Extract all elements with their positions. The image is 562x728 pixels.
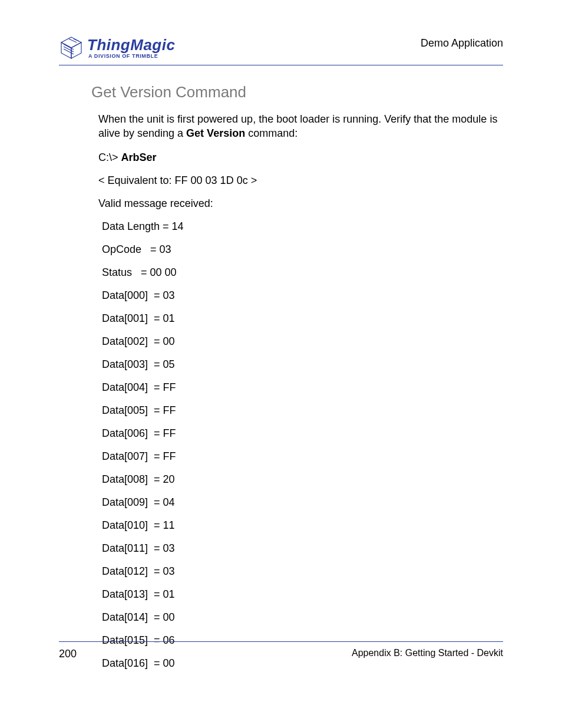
- prompt-prefix: C:\>: [98, 151, 121, 163]
- command-line: C:\> ArbSer: [91, 151, 503, 164]
- logo-text: ThingMagic A DIVISION OF TRIMBLE: [87, 37, 175, 59]
- data-row: Data[012] = 03: [102, 565, 503, 578]
- data-row: Data[004] = FF: [102, 381, 503, 394]
- equivalent-line: < Equivalent to: FF 00 03 1D 0c >: [91, 174, 503, 187]
- intro-paragraph: When the unit is first powered up, the b…: [91, 112, 503, 141]
- data-row: Data[009] = 04: [102, 496, 503, 509]
- data-row: OpCode = 03: [102, 243, 503, 256]
- box-icon: [59, 35, 84, 60]
- brand-name: ThingMagic: [87, 37, 175, 52]
- data-row: Data[008] = 20: [102, 473, 503, 486]
- page-content: Get Version Command When the unit is fir…: [59, 83, 503, 670]
- intro-text-after: command:: [245, 127, 297, 139]
- brand-tagline: A DIVISION OF TRIMBLE: [87, 54, 175, 59]
- data-row: Data[013] = 01: [102, 588, 503, 601]
- data-row: Data[002] = 00: [102, 335, 503, 348]
- page-header: ThingMagic A DIVISION OF TRIMBLE Demo Ap…: [59, 35, 503, 65]
- svg-line-6: [74, 39, 79, 41]
- data-row: Data[014] = 00: [102, 611, 503, 624]
- section-title: Get Version Command: [91, 83, 503, 101]
- intro-text-bold: Get Version: [186, 127, 245, 139]
- data-row: Data[001] = 01: [102, 312, 503, 325]
- page-footer: 200 Appendix B: Getting Started - Devkit: [59, 641, 503, 660]
- data-row: Data Length = 14: [102, 220, 503, 233]
- data-row: Data[000] = 03: [102, 289, 503, 302]
- svg-line-5: [64, 49, 74, 54]
- svg-marker-0: [61, 37, 81, 48]
- header-section-label: Demo Application: [421, 37, 503, 60]
- data-row: Data[010] = 11: [102, 519, 503, 532]
- data-row: Data[006] = FF: [102, 427, 503, 440]
- intro-text-before: When the unit is first powered up, the b…: [98, 113, 497, 139]
- page-number: 200: [59, 648, 77, 660]
- prompt-command: ArbSer: [121, 151, 157, 163]
- svg-line-3: [64, 44, 74, 50]
- data-row: Data[005] = FF: [102, 404, 503, 417]
- appendix-label: Appendix B: Getting Started - Devkit: [352, 648, 503, 660]
- data-block: Data Length = 14 OpCode = 03 Status = 00…: [91, 220, 503, 670]
- data-row: Data[003] = 05: [102, 358, 503, 371]
- data-row: Data[011] = 03: [102, 542, 503, 555]
- data-row: Data[007] = FF: [102, 450, 503, 463]
- valid-message-line: Valid message received:: [91, 197, 503, 210]
- data-row: Status = 00 00: [102, 266, 503, 279]
- svg-marker-1: [71, 42, 81, 58]
- logo-block: ThingMagic A DIVISION OF TRIMBLE: [59, 35, 175, 60]
